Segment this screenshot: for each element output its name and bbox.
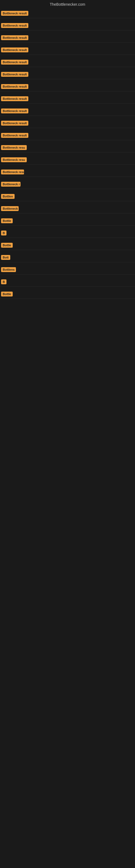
list-item[interactable]: Bottleneck result (0, 45, 135, 55)
list-item[interactable]: Bottleneck result (0, 82, 135, 91)
site-title: TheBottlenecker.com (0, 0, 135, 9)
list-item[interactable]: Bottleneck result (0, 131, 135, 140)
bottleneck-badge[interactable]: Bottle (1, 218, 13, 223)
bottleneck-badge[interactable]: Bottleneck result (1, 60, 28, 65)
items-list: Bottleneck resultBottleneck resultBottle… (0, 9, 135, 302)
list-item[interactable]: Bottleneck result (0, 21, 135, 30)
bottleneck-badge[interactable]: Bottlen (1, 194, 14, 199)
list-item[interactable]: B (0, 277, 135, 287)
list-item[interactable]: Bottleneck result (0, 106, 135, 116)
list-item[interactable]: Bottlens (0, 265, 135, 275)
bottleneck-badge[interactable]: Bottleneck result (1, 96, 28, 101)
bottleneck-badge[interactable]: Bottle (1, 291, 13, 297)
bottleneck-badge[interactable]: Bottleneck result (1, 121, 28, 126)
list-item[interactable]: Bottlen (0, 192, 135, 201)
list-item[interactable]: Bottleneck result (0, 94, 135, 104)
list-item[interactable]: Bottleneck resu (0, 143, 135, 152)
bottleneck-badge[interactable]: B (1, 230, 6, 236)
list-item[interactable]: Bottleneck result (0, 119, 135, 128)
bottleneck-badge[interactable]: Bottleneck result (1, 35, 28, 40)
bottleneck-badge[interactable]: Bottleneck (1, 206, 18, 211)
list-item[interactable]: Bottle (0, 241, 135, 250)
list-item[interactable]: Bottleneck resu (0, 167, 135, 177)
bottleneck-badge[interactable]: Bottleneck result (1, 133, 28, 138)
list-item[interactable]: Bottleneck (0, 204, 135, 214)
bottleneck-badge[interactable]: Bottleneck resu (1, 145, 27, 150)
bottleneck-badge[interactable]: Bottleneck result (1, 11, 28, 16)
list-item[interactable]: Bottleneck resu (0, 155, 135, 165)
bottleneck-badge[interactable]: Bottleneck resu (1, 157, 27, 162)
list-item[interactable]: Bottle (0, 216, 135, 226)
bottleneck-badge[interactable]: Bottleneck result (1, 48, 28, 52)
list-item[interactable]: B (0, 228, 135, 238)
bottleneck-badge[interactable]: Bottleneck resu (1, 169, 24, 175)
list-item[interactable]: Bottleneck result (0, 58, 135, 67)
bottleneck-badge[interactable]: Bottlens (1, 267, 16, 272)
bottleneck-badge[interactable]: Bott (1, 255, 10, 260)
bottleneck-badge[interactable]: Bottleneck result (1, 23, 28, 28)
list-item[interactable]: Bottleneck result (0, 70, 135, 79)
list-item[interactable]: Bottleneck r (0, 180, 135, 189)
bottleneck-badge[interactable]: Bottleneck result (1, 108, 28, 113)
list-item[interactable]: Bottleneck result (0, 33, 135, 42)
bottleneck-badge[interactable]: Bottleneck result (1, 72, 28, 77)
list-item[interactable]: Bottle (0, 289, 135, 299)
bottleneck-badge[interactable]: Bottle (1, 243, 13, 248)
list-item[interactable]: Bott (0, 253, 135, 262)
bottleneck-badge[interactable]: Bottleneck r (1, 182, 20, 187)
bottleneck-badge[interactable]: Bottleneck result (1, 84, 28, 89)
list-item[interactable]: Bottleneck result (0, 9, 135, 18)
bottleneck-badge[interactable]: B (1, 279, 6, 284)
